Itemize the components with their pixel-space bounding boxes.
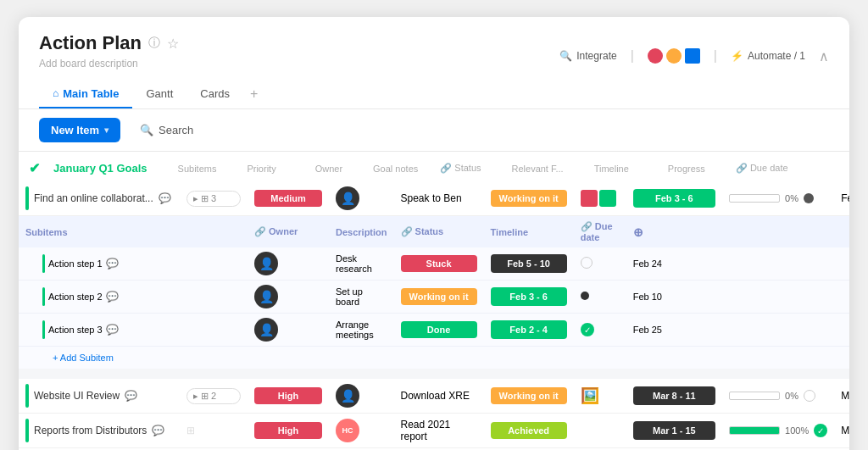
subitem-timeline-2: Feb 3 - 6 (484, 281, 574, 314)
section-icon: ✔ (29, 160, 40, 176)
board-subtitle: Add board description (39, 58, 179, 69)
subitem-desc-1: Desk research (329, 247, 394, 281)
section-title: January Q1 Goals (53, 162, 147, 175)
status-badge[interactable]: Working on it (401, 288, 477, 305)
info-icon[interactable]: ⓘ (148, 36, 160, 51)
status-badge[interactable]: Stuck (401, 255, 477, 272)
integrate-btn[interactable]: 🔍 Integrate (559, 50, 616, 62)
subitem-desc-2: Set up board (329, 281, 394, 314)
due-date-col-label: 🔗 Due date (736, 163, 788, 174)
tab-gantt[interactable]: Gantt (132, 81, 186, 108)
row-name: Website UI Review 💬 (25, 384, 173, 408)
subitem-col-due: 🔗 Due date (574, 216, 626, 248)
tab-add[interactable]: + (243, 80, 264, 108)
subitem-name-cell-1: Action step 1 💬 (19, 247, 180, 281)
subitems-count[interactable]: ▸ ⊞ 3 (186, 191, 241, 207)
subitem-comment-icon[interactable]: 💬 (106, 291, 119, 303)
tab-gantt-label: Gantt (146, 87, 173, 100)
subitem-header: Subitems 🔗 Owner Description 🔗 Status Ti… (19, 216, 849, 248)
progress-fill (730, 427, 779, 434)
due-date-text: Feb 9 (841, 192, 849, 204)
check-circle: ✓ (814, 424, 827, 437)
subitem-owner-2: 👤 (248, 281, 329, 314)
priority-badge[interactable]: Medium (254, 190, 322, 207)
due-date-cell: Feb 9 (834, 181, 849, 216)
integration-icon-2 (666, 48, 682, 64)
new-item-button[interactable]: New Item ▾ (39, 118, 120, 142)
timeline-badge[interactable]: Feb 5 - 10 (491, 254, 567, 273)
section-january: ✔ January Q1 Goals Subitems Priority Own… (19, 152, 849, 450)
priority-badge[interactable]: High (254, 422, 322, 439)
row-name-cell-reports: Reports from Distributors 💬 (19, 414, 180, 448)
add-subitem-button[interactable]: + Add Subitem (53, 353, 114, 363)
owner-cell-website: 👤 (329, 379, 394, 414)
progress-dot (804, 193, 814, 203)
subitem-comment-icon[interactable]: 💬 (106, 258, 119, 269)
subitem-empty-1 (180, 247, 248, 281)
comment-icon[interactable]: 💬 (159, 192, 171, 204)
automate-label: Automate / 1 (748, 50, 805, 62)
progress-container: 0% (729, 193, 827, 203)
timeline-badge[interactable]: Mar 1 - 15 (633, 421, 715, 440)
status-badge[interactable]: Working on it (491, 190, 567, 207)
subitem-comment-icon[interactable]: 💬 (106, 324, 119, 336)
priority-cell-website: High (248, 379, 329, 414)
star-icon[interactable]: ☆ (167, 36, 179, 52)
table-row-reports: Reports from Distributors 💬 ⊞ High HC (19, 414, 849, 448)
due-date-text: Mar 12 (841, 390, 849, 402)
priority-badge[interactable]: High (254, 387, 322, 404)
owner-cell: 👤 (329, 181, 394, 216)
collapse-icon[interactable]: ∧ (819, 48, 829, 64)
integration-icon-1 (648, 48, 663, 64)
status-badge[interactable]: Achieved (491, 422, 567, 439)
subitems-number: 2 (211, 391, 216, 401)
integrate-label: Integrate (576, 50, 616, 62)
subitems-cell-website: ▸ ⊞ 2 (180, 379, 248, 414)
subitem-timeline-label: Timeline (491, 227, 528, 237)
status-col-label: 🔗 Status (440, 163, 481, 174)
subitem-row-2: Action step 2 💬 👤 Set up board Working o… (19, 281, 849, 314)
avatar: 👤 (254, 285, 278, 308)
subitem-due-label: 🔗 Due date (581, 221, 613, 242)
subitem-owner-1: 👤 (248, 247, 329, 281)
chevron-down-icon: ▾ (104, 125, 108, 135)
goal-notes-col-label: Goal notes (373, 164, 418, 174)
tab-main-table[interactable]: ⌂ Main Table (39, 81, 132, 108)
swatch-red (581, 190, 598, 207)
priority-cell: Medium (248, 181, 329, 216)
notes-cell-reports: Read 2021 report (394, 414, 484, 448)
tab-cards[interactable]: Cards (186, 81, 243, 108)
subitems-cell: ▸ ⊞ 3 (180, 181, 248, 216)
status-badge[interactable]: Working on it (491, 387, 567, 404)
status-badge[interactable]: Done (401, 321, 477, 338)
subitems-col-label: Subitems (178, 164, 217, 174)
subitem-timeline-1: Feb 5 - 10 (484, 247, 574, 281)
section-header-january: ✔ January Q1 Goals Subitems Priority Own… (19, 152, 849, 181)
priority-col-label: Priority (247, 164, 275, 174)
row-title: Reports from Distributors (34, 425, 147, 436)
comment-icon[interactable]: 💬 (125, 390, 137, 402)
subitem-status-3: Done (394, 314, 484, 347)
status-cell: Working on it (484, 181, 574, 216)
subitem-col-timeline: Timeline (484, 216, 574, 248)
timeline-badge[interactable]: Feb 3 - 6 (633, 189, 715, 208)
subitems-count[interactable]: ▸ ⊞ 2 (186, 388, 241, 404)
timeline-badge[interactable]: Feb 3 - 6 (491, 287, 567, 306)
tab-cards-label: Cards (200, 87, 230, 100)
add-column-icon[interactable]: ⊕ (633, 225, 643, 239)
notes-text: Speak to Ben (401, 192, 462, 204)
subitem-name-wrapper: Action step 2 💬 (42, 287, 173, 306)
timeline-badge[interactable]: Feb 2 - 4 (491, 320, 567, 339)
progress-cell-reports: 100% ✓ (722, 414, 834, 448)
subitem-desc-text: Arrange meetings (336, 319, 374, 340)
timeline-badge[interactable]: Mar 8 - 11 (633, 386, 715, 405)
expand-icon: ▸ (193, 391, 198, 402)
comment-icon[interactable]: 💬 (152, 425, 164, 436)
subitem-name-cell-3: Action step 3 💬 (19, 314, 180, 347)
row-name: Reports from Distributors 💬 (25, 419, 173, 442)
search-button[interactable]: 🔍 Search (131, 118, 203, 142)
timeline-cell-website: Mar 8 - 11 (626, 379, 722, 414)
automate-btn[interactable]: ⚡ Automate / 1 (731, 50, 805, 62)
due-circle (804, 390, 815, 402)
integrate-icon: 🔍 (559, 50, 572, 62)
